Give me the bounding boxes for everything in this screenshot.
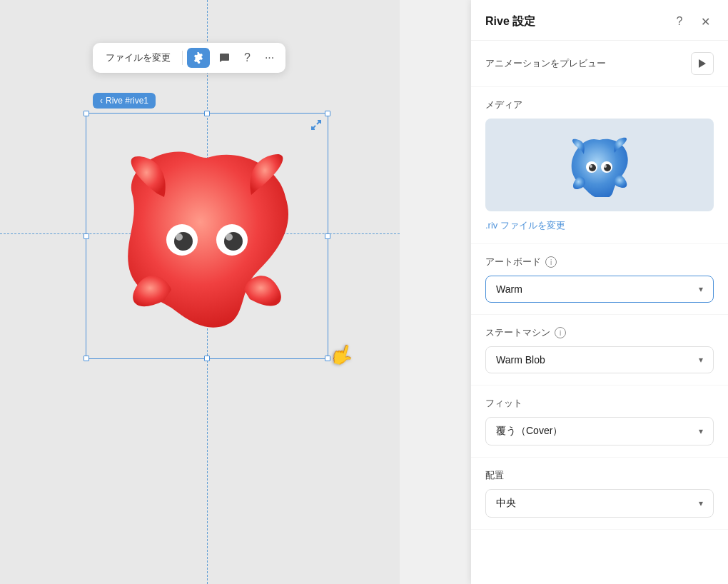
handle-bottom-middle[interactable] [204,356,210,361]
artboard-label: アートボード i [485,256,714,268]
svg-marker-8 [699,59,706,68]
fit-label: フィット [485,397,714,410]
toolbar: ファイルを変更 ? ··· [93,43,285,73]
media-section: メディア [471,87,728,244]
state-machine-label: ステートマシン i [485,326,714,339]
fit-value: 覆う（Cover） [496,425,562,438]
handle-top-middle[interactable] [204,111,210,116]
artboard-info-icon[interactable]: i [545,256,557,268]
placement-section: 配置 中央 ▾ [471,458,728,530]
placement-value: 中央 [496,497,516,510]
panel-header-icons: ? ✕ [671,13,714,30]
close-icon: ✕ [701,15,710,29]
play-button[interactable] [691,52,714,75]
cursor-hand-icon: 👆 [327,340,357,369]
handle-bottom-right[interactable] [325,356,330,361]
handle-top-left[interactable] [84,111,89,116]
breadcrumb-label: Rive #rive1 [106,96,148,106]
fit-chevron-icon: ▾ [699,426,703,436]
preview-label: アニメーションをプレビュー [485,57,606,70]
panel-title: Rive 設定 [485,14,535,29]
toolbar-separator [182,51,183,65]
artboard-chevron-icon: ▾ [699,284,703,294]
more-icon: ··· [265,51,274,64]
artboard-section: アートボード i Warm ▾ [471,244,728,315]
more-button[interactable]: ··· [259,47,280,69]
state-machine-section: ステートマシン i Warm Blob ▾ [471,315,728,386]
comment-button[interactable] [213,48,236,68]
svg-point-14 [604,165,607,168]
placement-chevron-icon: ▾ [699,498,703,508]
breadcrumb[interactable]: ‹ Rive #rive1 [93,93,156,109]
media-label: メディア [485,99,714,111]
right-panel: Rive 設定 ? ✕ アニメーションをプレビュー メディア [471,0,728,584]
preview-row: アニメーションをプレビュー [485,52,714,75]
artboard-value: Warm [496,283,522,295]
help-button[interactable]: ? [238,47,256,69]
artboard-dropdown[interactable]: Warm ▾ [485,276,714,303]
state-machine-dropdown[interactable]: Warm Blob ▾ [485,346,714,373]
state-machine-chevron-icon: ▾ [699,355,703,365]
handle-top-right[interactable] [325,111,330,116]
riv-file-link[interactable]: .riv ファイルを変更 [485,220,565,231]
handle-bottom-left[interactable] [84,356,89,361]
file-change-button[interactable]: ファイルを変更 [98,47,178,69]
state-machine-value: Warm Blob [496,354,545,366]
fit-section: フィット 覆う（Cover） ▾ [471,386,728,458]
media-thumbnail [485,119,714,211]
expand-icon[interactable] [310,119,322,134]
placement-label: 配置 [485,469,714,482]
question-icon: ? [244,51,251,64]
svg-point-11 [590,165,592,168]
handle-middle-left[interactable] [84,233,89,239]
canvas-area: ファイルを変更 ? ··· ‹ Rive #rive1 [0,0,400,584]
placement-dropdown[interactable]: 中央 ▾ [485,489,714,518]
handle-middle-right[interactable] [325,233,330,239]
fit-dropdown[interactable]: 覆う（Cover） ▾ [485,417,714,445]
svg-point-10 [589,164,596,171]
settings-button[interactable] [187,48,210,68]
panel-close-button[interactable]: ✕ [697,13,714,30]
selection-box [86,113,328,359]
help-icon: ? [677,15,683,28]
preview-section: アニメーションをプレビュー [471,41,728,87]
breadcrumb-arrow: ‹ [100,96,103,106]
panel-header: Rive 設定 ? ✕ [471,0,728,41]
panel-help-button[interactable]: ? [671,13,688,30]
state-machine-info-icon[interactable]: i [555,327,566,338]
